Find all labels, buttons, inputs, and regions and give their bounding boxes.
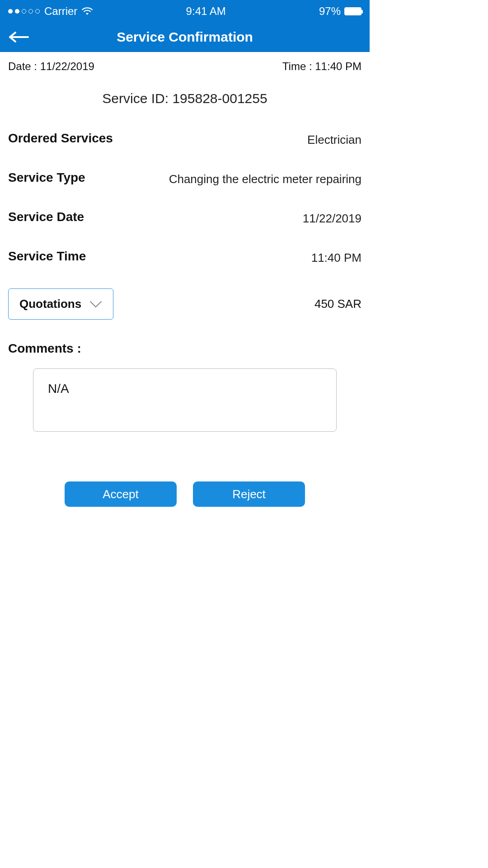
content: Date : 11/22/2019 Time : 11:40 PM Servic…	[0, 52, 370, 515]
status-right: 97%	[319, 5, 361, 18]
service-date-value: 11/22/2019	[303, 210, 361, 227]
date-label: Date :	[8, 60, 37, 72]
row-ordered-services: Ordered Services Electrician	[8, 131, 361, 149]
ordered-services-value: Electrician	[307, 131, 361, 149]
status-time: 9:41 AM	[186, 5, 226, 18]
row-service-type: Service Type Changing the electric meter…	[8, 170, 361, 188]
battery-icon	[344, 7, 361, 15]
row-service-date: Service Date 11/22/2019	[8, 210, 361, 227]
status-bar: Carrier 9:41 AM 97%	[0, 0, 370, 23]
row-quotations: Quotations 450 SAR	[8, 288, 361, 320]
quotations-value: 450 SAR	[314, 297, 361, 311]
comments-label: Comments :	[8, 341, 361, 356]
signal-dots-icon	[8, 9, 40, 14]
service-id-value: 195828-001255	[172, 91, 267, 106]
buttons-row: Accept Reject	[8, 481, 361, 507]
service-type-value: Changing the electric meter repairing	[169, 170, 361, 188]
time-label: Time :	[282, 60, 312, 72]
service-time-label: Service Time	[8, 249, 86, 264]
service-type-label: Service Type	[8, 170, 85, 185]
date-value: 11/22/2019	[40, 60, 94, 72]
meta-row: Date : 11/22/2019 Time : 11:40 PM	[8, 60, 361, 73]
time-block: Time : 11:40 PM	[282, 60, 361, 73]
quotations-dropdown[interactable]: Quotations	[8, 288, 113, 320]
page-title: Service Confirmation	[117, 29, 253, 45]
service-id-label: Service ID:	[102, 91, 169, 106]
arrow-left-icon	[8, 31, 30, 43]
comments-value: N/A	[48, 382, 69, 396]
row-service-time: Service Time 11:40 PM	[8, 249, 361, 267]
service-id: Service ID: 195828-001255	[8, 91, 361, 106]
back-button[interactable]	[8, 31, 30, 43]
chevron-down-icon	[89, 301, 102, 308]
battery-percent: 97%	[319, 5, 341, 18]
carrier-label: Carrier	[44, 5, 77, 18]
ordered-services-label: Ordered Services	[8, 131, 113, 146]
service-time-value: 11:40 PM	[311, 249, 361, 267]
comments-input[interactable]: N/A	[33, 368, 337, 432]
reject-button[interactable]: Reject	[193, 481, 305, 507]
accept-button[interactable]: Accept	[65, 481, 177, 507]
wifi-icon	[82, 7, 93, 15]
date-block: Date : 11/22/2019	[8, 60, 94, 73]
time-value: 11:40 PM	[315, 60, 361, 72]
quotations-label: Quotations	[19, 297, 81, 311]
nav-bar: Service Confirmation	[0, 23, 370, 52]
service-date-label: Service Date	[8, 210, 84, 224]
status-left: Carrier	[8, 5, 93, 18]
